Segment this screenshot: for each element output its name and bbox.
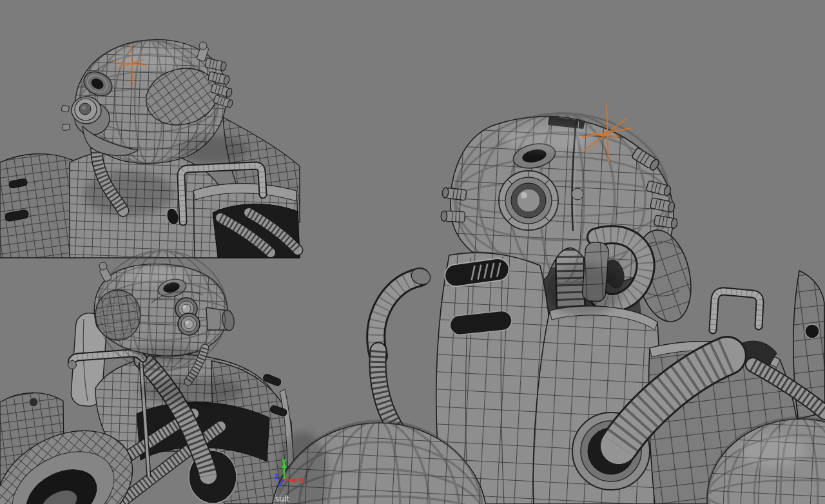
z-axis-label: Z (274, 472, 279, 481)
scope-lens[interactable] (499, 171, 558, 230)
x-axis-arrow (284, 480, 293, 480)
bolt-hole (805, 324, 819, 338)
chest-plate-left[interactable] (0, 154, 76, 258)
camera-label: sult (275, 494, 289, 503)
viewport[interactable]: Y Z X sult (0, 0, 825, 504)
handle-cap (29, 398, 38, 407)
eye-lens-lower[interactable] (178, 313, 200, 335)
x-axis-label: X (299, 476, 305, 485)
y-axis-label: Y (281, 458, 287, 466)
rivet-sphere (572, 188, 583, 200)
viewport-canvas[interactable]: Y Z X sult (0, 0, 825, 504)
